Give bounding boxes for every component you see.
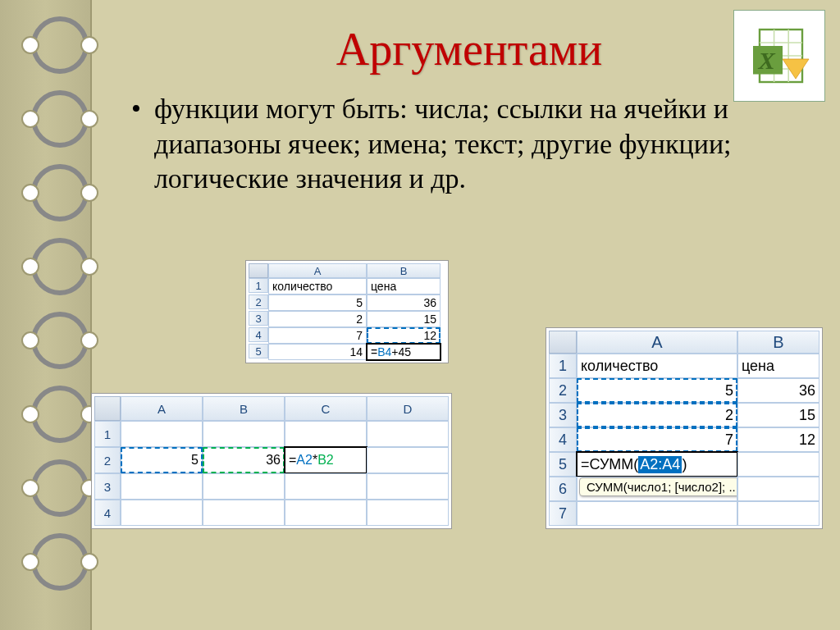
example-table-3: A B 1 количество цена 2 5 36 3 2 15 4 7 (546, 328, 822, 528)
example-table-2: A B C D 1 2 5 36 =A2*B2 3 4 (92, 394, 451, 528)
body-text: • функции могут быть: числа; ссылки на я… (131, 92, 791, 197)
excel-logo-icon: X (733, 10, 825, 102)
col-header: A (268, 263, 367, 278)
content-area: X Аргументами • функции могут быть: числ… (98, 0, 840, 630)
notebook-binding (0, 0, 92, 630)
formula-cell: =B4+45 (367, 344, 441, 360)
formula-cell: =A2*B2 (285, 447, 367, 473)
body-paragraph: функции могут быть: числа; ссылки на яче… (154, 92, 791, 197)
slide: X Аргументами • функции могут быть: числ… (0, 0, 840, 630)
svg-text:X: X (757, 47, 775, 75)
function-tooltip: СУММ(число1; [число2]; ...) (579, 477, 737, 496)
bullet-icon: • (131, 92, 141, 197)
col-header: B (367, 263, 441, 278)
slide-title: Аргументами (98, 23, 840, 75)
formula-cell: =СУММ(A2:A4) (577, 452, 737, 477)
example-table-1: A B 1 количество цена 2 5 36 3 2 15 4 7 (246, 261, 448, 363)
